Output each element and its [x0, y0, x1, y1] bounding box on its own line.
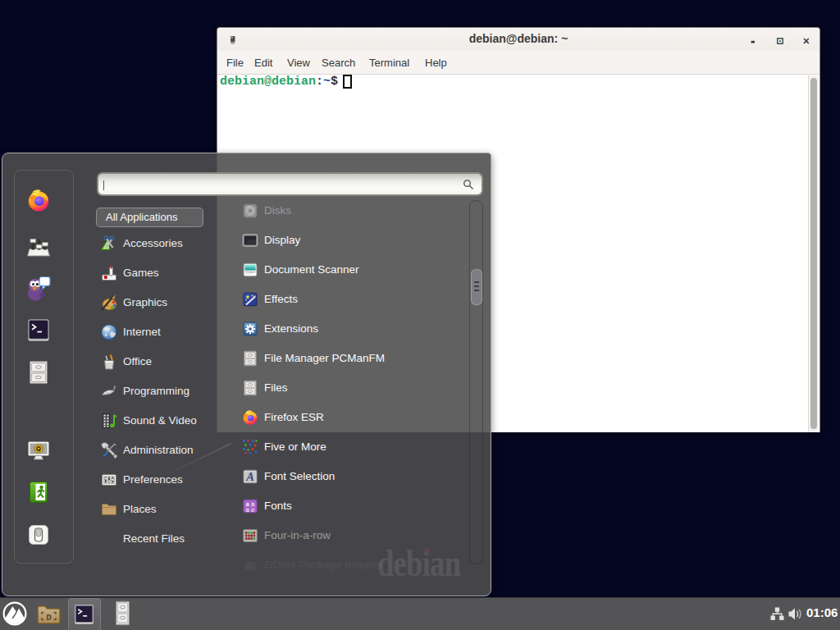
svg-text:D: D [46, 613, 52, 623]
svg-text:a: a [251, 505, 254, 513]
svg-text:A: A [245, 470, 254, 483]
